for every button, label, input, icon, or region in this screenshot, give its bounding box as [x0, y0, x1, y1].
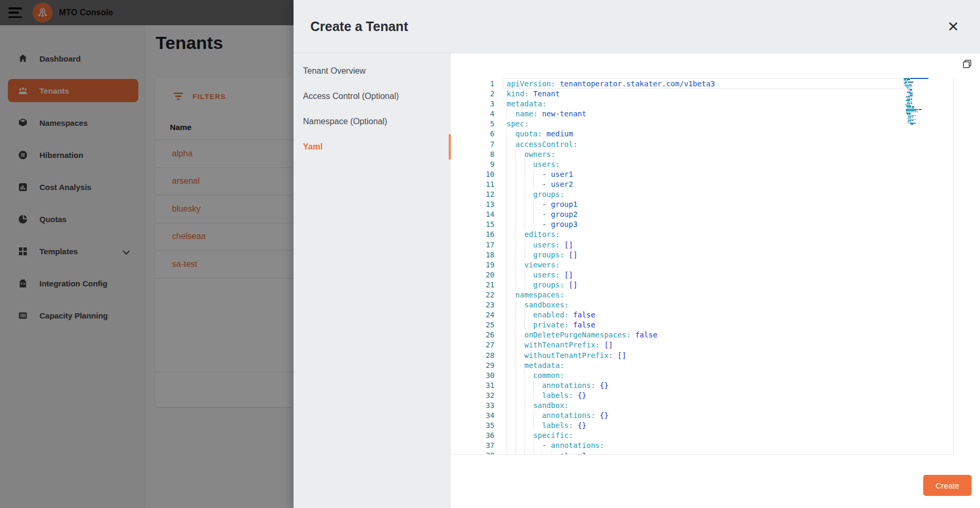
line-number: 19 — [451, 260, 494, 270]
code-line: 3metadata: — [451, 99, 954, 109]
line-number: 12 — [451, 190, 494, 200]
line-number: 20 — [451, 270, 494, 280]
code-line: 13- group1 — [451, 200, 954, 210]
code-line: 10- user1 — [451, 170, 954, 180]
close-icon[interactable]: ✕ — [945, 19, 961, 35]
line-number: 24 — [451, 310, 494, 320]
code-line: 15- group3 — [451, 220, 954, 230]
code-line: 26onDeletePurgeNamespaces: false — [451, 330, 954, 340]
line-number: 16 — [451, 230, 494, 240]
drawer-body: Tenant OverviewAccess Control (Optional)… — [294, 53, 980, 508]
editor-minimap[interactable] — [904, 78, 931, 125]
create-button[interactable]: Create — [923, 475, 972, 496]
code-line: 6quota: medium — [451, 129, 954, 139]
line-number: 14 — [451, 210, 494, 220]
code-line: 17users: [] — [451, 240, 954, 250]
line-number: 17 — [451, 240, 494, 250]
code-line: 24enabled: false — [451, 310, 954, 320]
code-line: 4name: new-tenant — [451, 109, 954, 119]
code-line: 33sandbox: — [451, 401, 954, 411]
code-line: 16editors: — [451, 230, 954, 240]
line-number: 27 — [451, 340, 494, 350]
code-line: 8owners: — [451, 150, 954, 160]
code-line: 18groups: [] — [451, 250, 954, 260]
code-line: 7accessControl: — [451, 140, 954, 150]
code-line: 31annotations: {} — [451, 381, 954, 391]
line-number: 22 — [451, 290, 494, 300]
code-line: 5spec: — [451, 119, 954, 129]
line-number: 28 — [451, 351, 494, 361]
code-line: 9users: — [451, 160, 954, 170]
line-number: 29 — [451, 361, 494, 371]
editor-bottom-border — [451, 454, 954, 455]
line-number: 25 — [451, 320, 494, 330]
drawer-tab-namespace-optional[interactable]: Namespace (Optional) — [294, 109, 451, 134]
line-number: 10 — [451, 170, 494, 180]
line-number: 6 — [451, 129, 494, 139]
code-line: 14- group2 — [451, 210, 954, 220]
line-number: 37 — [451, 441, 494, 451]
code-line: 22namespaces: — [451, 290, 954, 300]
line-number: 33 — [451, 401, 494, 411]
code-line: 27withTenantPrefix: [] — [451, 340, 954, 350]
line-number: 13 — [451, 200, 494, 210]
code-line: 36specific: — [451, 431, 954, 441]
line-number: 1 — [451, 79, 494, 89]
create-tenant-drawer: Create a Tenant ✕ Tenant OverviewAccess … — [294, 0, 980, 508]
line-number: 3 — [451, 99, 494, 109]
code-line: 19viewers: — [451, 260, 954, 270]
code-line: 12groups: — [451, 190, 954, 200]
code-line: 29metadata: — [451, 361, 954, 371]
code-line: 20users: [] — [451, 270, 954, 280]
line-number: 7 — [451, 140, 494, 150]
line-number: 5 — [451, 119, 494, 129]
drawer-tab-rail: Tenant OverviewAccess Control (Optional)… — [294, 53, 451, 508]
line-number: 31 — [451, 381, 494, 391]
line-number: 35 — [451, 421, 494, 431]
drawer-tab-yaml[interactable]: Yaml — [294, 134, 451, 160]
drawer-tab-access-control-optional[interactable]: Access Control (Optional) — [294, 84, 451, 109]
copy-icon[interactable] — [961, 59, 973, 71]
yaml-code-editor[interactable]: 1apiVersion: tenantoperator.stakater.com… — [451, 79, 954, 454]
code-line: 37- annotations: — [451, 441, 954, 451]
code-line: 11- user2 — [451, 180, 954, 190]
line-number: 8 — [451, 150, 494, 160]
code-line: 35labels: {} — [451, 421, 954, 431]
line-number: 30 — [451, 371, 494, 381]
code-line: 34annotations: {} — [451, 411, 954, 421]
line-number: 23 — [451, 300, 494, 310]
line-number: 18 — [451, 250, 494, 260]
line-number: 4 — [451, 109, 494, 119]
line-number: 21 — [451, 280, 494, 290]
code-line: 1apiVersion: tenantoperator.stakater.com… — [451, 79, 954, 89]
line-number: 26 — [451, 330, 494, 340]
line-number: 2 — [451, 89, 494, 99]
drawer-title: Create a Tenant — [310, 19, 408, 34]
line-number: 15 — [451, 220, 494, 230]
line-number: 32 — [451, 391, 494, 401]
code-line: 21groups: [] — [451, 280, 954, 290]
code-line: 30common: — [451, 371, 954, 381]
line-number: 11 — [451, 180, 494, 190]
code-line: 2kind: Tenant — [451, 89, 954, 99]
line-number: 36 — [451, 431, 494, 441]
yaml-editor-pane: 1apiVersion: tenantoperator.stakater.com… — [451, 53, 980, 508]
code-line: 32labels: {} — [451, 391, 954, 401]
code-line: 28withoutTenantPrefix: [] — [451, 351, 954, 361]
line-number: 34 — [451, 411, 494, 421]
code-line: 23sandboxes: — [451, 300, 954, 310]
drawer-tab-tenant-overview[interactable]: Tenant Overview — [294, 58, 451, 84]
line-number: 9 — [451, 160, 494, 170]
code-line: 25private: false — [451, 320, 954, 330]
drawer-header: Create a Tenant ✕ — [294, 0, 980, 53]
editor-right-rule — [953, 79, 954, 454]
